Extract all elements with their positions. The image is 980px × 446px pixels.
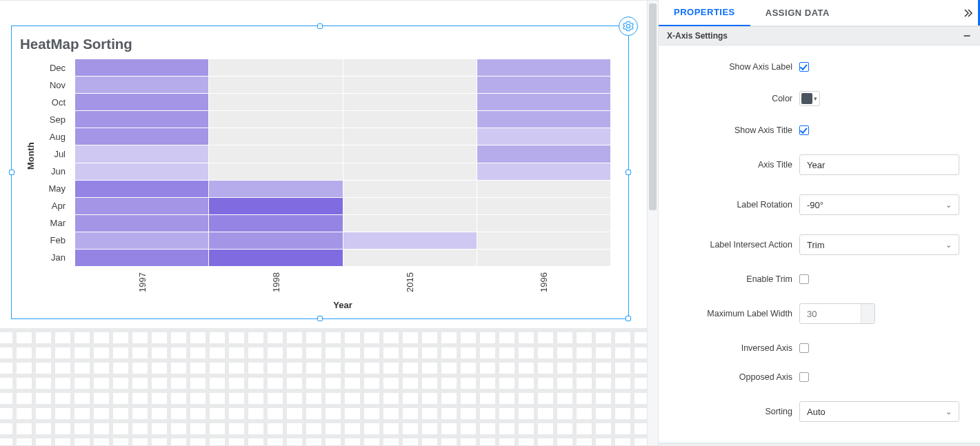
heatmap-cell [75, 94, 208, 110]
checkbox-show-axis-title[interactable] [799, 125, 809, 135]
heatmap-cell [209, 215, 342, 232]
section-x-axis[interactable]: X-Axis Settings − [659, 26, 980, 45]
heatmap-cell [209, 128, 342, 145]
heatmap-cell [75, 215, 208, 232]
heatmap-cell [75, 250, 208, 266]
x-tick: 1998 [271, 269, 281, 292]
x-axis-ticks: 1997199820151996 [75, 269, 610, 292]
heatmap-cell [75, 198, 208, 214]
heatmap-cell [343, 250, 477, 266]
heatmap-cell [477, 250, 610, 266]
heatmap-cell [75, 128, 208, 145]
y-tick: Jan [20, 249, 72, 266]
tab-assign-data[interactable]: ASSIGN DATA [750, 0, 845, 26]
scrollbar-thumb[interactable] [649, 3, 657, 210]
y-tick: Aug [20, 128, 72, 145]
properties-panel: PROPERTIES ASSIGN DATA X-Axis Settings −… [658, 0, 980, 446]
y-tick: Dec [20, 59, 72, 77]
y-axis-ticks: DecNovOctSepAugJulJunMayAprMarFebJan [20, 59, 72, 266]
heatmap-cell [209, 94, 342, 110]
y-tick: Apr [20, 197, 72, 214]
x-tick: 1996 [539, 269, 549, 292]
heatmap-cell [75, 111, 208, 128]
panel-tabs: PROPERTIES ASSIGN DATA [659, 0, 980, 26]
section-collapse-icon[interactable]: − [962, 30, 972, 42]
checkbox-inversed-axis[interactable] [799, 343, 809, 353]
heatmap-cell [477, 128, 610, 145]
heatmap-cell [343, 94, 477, 110]
y-tick: Sep [20, 111, 72, 128]
resize-handle-se[interactable] [626, 316, 631, 321]
heatmap-cell [75, 181, 208, 197]
y-tick: Jun [20, 163, 72, 180]
heatmap-cell [209, 250, 342, 266]
heatmap-cell [477, 163, 610, 180]
resize-handle-w[interactable] [9, 170, 14, 175]
heatmap-cell [477, 94, 610, 110]
heatmap-cell [477, 232, 610, 249]
heatmap-cell [343, 77, 477, 93]
y-tick: Mar [20, 214, 72, 232]
chevron-down-icon: ⌄ [946, 407, 952, 416]
chevron-down-icon: ▾ [814, 95, 817, 102]
label-label-rotation: Label Rotation [671, 200, 799, 210]
resize-handle-n[interactable] [317, 23, 323, 29]
heatmap-cell [477, 181, 610, 197]
heatmap-cell [343, 198, 477, 214]
heatmap-cell [75, 77, 208, 93]
y-tick: Nov [20, 77, 72, 94]
heatmap-cell [75, 145, 208, 162]
heatmap-cell [477, 111, 610, 128]
tab-properties[interactable]: PROPERTIES [659, 0, 750, 26]
chevron-double-right-icon [963, 8, 974, 19]
widget-title: HeatMap Sorting [16, 30, 624, 55]
heatmap-cell [75, 163, 208, 180]
heatmap-cell [209, 145, 342, 162]
heatmap-cell [477, 59, 610, 76]
heatmap-cell [343, 59, 477, 76]
y-tick: Oct [20, 94, 72, 111]
section-y-axis[interactable]: Y-Axis Settings − [659, 443, 980, 446]
select-value: Auto [807, 407, 826, 417]
input-axis-title[interactable] [799, 154, 959, 175]
canvas-scrollbar[interactable] [647, 1, 658, 445]
design-canvas[interactable]: HeatMap Sorting Month DecNovOctSepAugJul… [0, 0, 658, 446]
chevron-down-icon: ⌄ [946, 201, 952, 210]
heatmap-cell [343, 111, 477, 128]
heatmap-cell [343, 128, 477, 145]
checkbox-show-axis-label[interactable] [799, 62, 809, 72]
heatmap-plot [75, 59, 610, 266]
label-show-axis-label: Show Axis Label [671, 62, 799, 72]
gear-icon [623, 21, 634, 32]
label-inversed-axis: Inversed Axis [671, 343, 799, 353]
heatmap-widget[interactable]: HeatMap Sorting Month DecNovOctSepAugJul… [11, 26, 629, 319]
color-swatch-preview [801, 93, 812, 104]
heatmap-cell [209, 198, 342, 214]
select-intersect-action[interactable]: Trim ⌄ [799, 234, 959, 255]
resize-handle-e[interactable] [626, 170, 631, 175]
x-axis-title: Year [75, 300, 610, 310]
checkbox-enable-trim[interactable] [799, 274, 809, 284]
heatmap-cell [477, 145, 610, 162]
y-tick: May [20, 180, 72, 197]
collapse-panel-button[interactable] [957, 0, 980, 26]
label-color: Color [671, 94, 799, 103]
heatmap-cell [343, 145, 477, 162]
heatmap-cell [343, 181, 477, 197]
checkbox-opposed-axis[interactable] [799, 372, 809, 382]
section-title: X-Axis Settings [667, 31, 728, 41]
x-tick: 1997 [137, 269, 148, 292]
heatmap-cell [209, 111, 342, 128]
select-sorting[interactable]: Auto ⌄ [799, 401, 959, 422]
heatmap-cell [477, 77, 610, 93]
number-spinner [861, 304, 874, 323]
color-picker[interactable]: ▾ [799, 91, 820, 106]
resize-handle-s[interactable] [317, 316, 323, 321]
label-enable-trim: Enable Trim [671, 274, 799, 284]
x-tick: 2015 [405, 269, 415, 292]
label-sorting: Sorting [671, 407, 799, 416]
heatmap-cell [209, 59, 342, 76]
heatmap-cell [209, 163, 342, 180]
select-label-rotation[interactable]: -90° ⌄ [799, 194, 959, 215]
heatmap-cell [209, 77, 342, 93]
